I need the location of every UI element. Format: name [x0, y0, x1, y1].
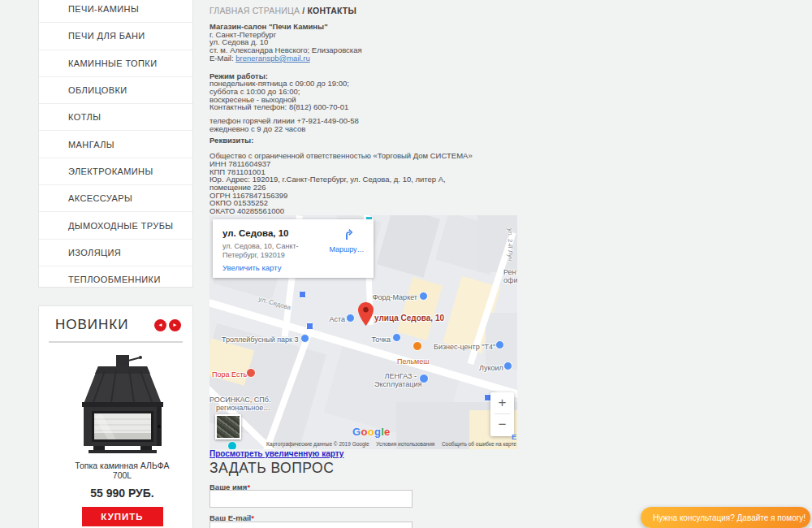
breadcrumb-home-link[interactable]: ГЛАВНАЯ СТРАНИЦА — [209, 6, 300, 15]
sidebar-item-pechi-kaminy[interactable]: ПЕЧИ-КАМИНЫ — [39, 0, 192, 23]
chat-consultant-widget[interactable]: Нужна консультация? Давайте я помогу! — [641, 507, 810, 528]
report-error-link[interactable]: Сообщить об ошибке на карте — [442, 441, 516, 447]
email-line: E-Mail: breneranspb@mail.ru — [209, 54, 486, 63]
directions-button[interactable]: Маршру… — [326, 227, 367, 253]
poi-icon[interactable] — [419, 292, 428, 301]
map-info-card: ул. Седова, 10 ул. Седова, 10, Санкт-Пет… — [213, 219, 374, 278]
sidebar-item-pechi-dlya-bani[interactable]: ПЕЧИ ДЛЯ БАНИ — [39, 23, 192, 50]
product-card: Топка каминная АЛЬФА 700L 55 990 РУБ. КУ… — [55, 352, 189, 526]
novelties-widget: НОВИНКИ ◄ ► — [38, 305, 193, 528]
sidebar-item-aksessuary[interactable]: АКСЕССУАРЫ — [39, 185, 192, 212]
transit-stop-icon — [306, 322, 313, 330]
zoom-out-button[interactable]: − — [490, 414, 514, 435]
map-info-address: ул. Седова, 10, Санкт-Петербург, 192019 — [222, 242, 324, 259]
breadcrumb-separator: / — [300, 6, 307, 15]
breadcrumb-current: КОНТАКТЫ — [308, 6, 356, 15]
poi-pelmesh[interactable]: Пельмеш — [397, 357, 430, 366]
poi-asta[interactable]: Аста — [326, 315, 345, 323]
hotline-hours: ежедневно с 9 до 22 часов — [209, 125, 486, 133]
poi-business-center-t4[interactable]: Бизнес-центр "Т4" — [434, 343, 495, 351]
poi-icon[interactable] — [503, 361, 512, 370]
sidebar-item-dymokhodnye-truby[interactable]: ДЫМОХОДНЫЕ ТРУБЫ — [39, 212, 192, 239]
requisites-line: ОКАТО 40285561000 — [209, 207, 486, 215]
contact-info: Магазин-салон "Печи Камины" г. Санкт-Пет… — [209, 23, 486, 215]
enlarge-map-link[interactable]: Увеличить карту — [222, 263, 281, 272]
google-logo[interactable]: Google — [352, 426, 391, 438]
marker-address-label: улица Седова, 10 — [374, 314, 444, 322]
ask-question-title: ЗАДАТЬ ВОПРОС — [209, 460, 334, 477]
zoom-in-button[interactable]: + — [490, 392, 514, 413]
poi-edge-clipped: Рентофициальн — [503, 268, 517, 284]
sidebar-item-kaminnye-topki[interactable]: КАМИННЫЕ ТОПКИ — [39, 50, 192, 77]
sidebar-item-elektrokaminy[interactable]: ЭЛЕКТРОКАМИНЫ — [39, 158, 192, 185]
poi-pora-est[interactable]: Пора Есть — [212, 370, 247, 379]
poi-icon[interactable] — [392, 333, 401, 342]
schedule-line: Контактный телефон: 8(812) 600-70-01 — [209, 103, 486, 111]
name-input[interactable] — [209, 490, 412, 508]
email-link[interactable]: breneranspb@mail.ru — [235, 54, 310, 63]
satellite-view-toggle[interactable] — [215, 414, 241, 439]
map-marker-pin[interactable] — [358, 302, 374, 326]
poi-ford-market[interactable]: Форд-Маркет — [372, 293, 417, 301]
map-attribution: Картографические данные © 2019 Google Ус… — [266, 441, 516, 447]
breadcrumb: ГЛАВНАЯ СТРАНИЦА / КОНТАКТЫ — [209, 6, 356, 15]
product-image-fireplace-insert[interactable] — [69, 355, 176, 457]
poi-trolleybus-park[interactable]: Троллейбусный парк 3 — [222, 335, 299, 344]
poi-icon[interactable] — [412, 341, 422, 351]
buy-button[interactable]: КУПИТЬ — [82, 507, 163, 526]
street-name-label-vertical: ул. 2-й Луч — [507, 228, 514, 261]
sidebar-item-teploobmenniki[interactable]: ТЕПЛООБМЕННИКИ — [39, 266, 192, 292]
poi-icon[interactable] — [419, 374, 429, 383]
poi-tochka[interactable]: Точка — [369, 335, 391, 344]
poi-lukoil[interactable]: Лукоил — [479, 364, 503, 372]
terms-of-use-link[interactable]: Условия использования — [376, 441, 434, 447]
product-name[interactable]: Топка каминная АЛЬФА 700L — [55, 461, 189, 480]
map-data-copyright: Картографические данные © 2019 Google — [266, 441, 369, 447]
poi-lengaz[interactable]: ЛЕНГАЗ -Эксплуатация — [374, 372, 417, 388]
email-input[interactable] — [209, 522, 412, 528]
requisites-title: Реквизиты: — [209, 136, 486, 145]
poi-rosinkas[interactable]: РОСИНКАС, СПб.региональное… — [209, 396, 270, 412]
divider — [49, 341, 183, 343]
clipped-map-label: Е — [512, 433, 516, 441]
product-price: 55 990 РУБ. — [55, 487, 189, 500]
map-zoom-control: + − — [490, 392, 514, 436]
carousel-next-button[interactable]: ► — [169, 319, 181, 331]
poi-icon[interactable] — [246, 368, 256, 378]
poi-icon[interactable] — [495, 340, 504, 349]
view-larger-map-link[interactable]: Просмотреть увеличенную карту — [209, 449, 343, 458]
requisites-line: Юр. Адрес: 192019, г.Санкт-Петербург, ул… — [209, 175, 486, 191]
transit-stop-icon — [299, 291, 306, 298]
carousel-prev-button[interactable]: ◄ — [154, 319, 166, 331]
category-menu: ПЕЧИ-КАМИНЫ ПЕЧИ ДЛЯ БАНИ КАМИННЫЕ ТОПКИ… — [38, 0, 193, 288]
poi-icon[interactable] — [346, 314, 355, 322]
sidebar-item-izolyatsiya[interactable]: ИЗОЛЯЦИЯ — [39, 240, 192, 266]
sidebar-item-oblitsovki[interactable]: ОБЛИЦОВКИ — [39, 77, 192, 104]
poi-icon[interactable] — [227, 441, 237, 449]
directions-icon — [340, 227, 353, 240]
sidebar-item-mangaly[interactable]: МАНГАЛЫ — [39, 131, 192, 158]
chat-widget-text: Нужна консультация? Давайте я помогу! — [653, 513, 806, 522]
novelties-title: НОВИНКИ — [55, 317, 152, 333]
map-info-title: ул. Седова, 10 — [222, 228, 288, 238]
poi-icon[interactable] — [300, 334, 309, 343]
sidebar-item-kotly[interactable]: КОТЛЫ — [39, 104, 192, 131]
google-map-embed[interactable]: ул. Седова ул. 2-й Луч Форд-Маркет Аста … — [209, 215, 517, 449]
